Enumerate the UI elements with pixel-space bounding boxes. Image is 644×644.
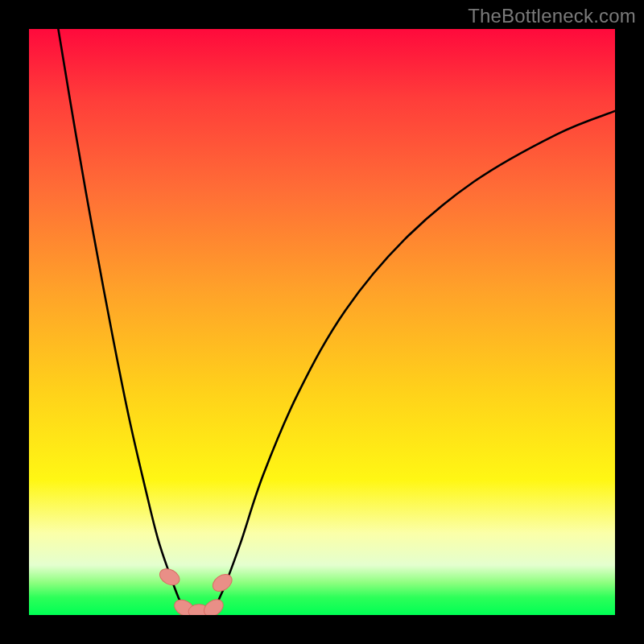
chart-frame: TheBottleneck.com xyxy=(0,0,644,644)
watermark-text: TheBottleneck.com xyxy=(468,5,636,27)
gradient-plot-area xyxy=(29,29,615,615)
